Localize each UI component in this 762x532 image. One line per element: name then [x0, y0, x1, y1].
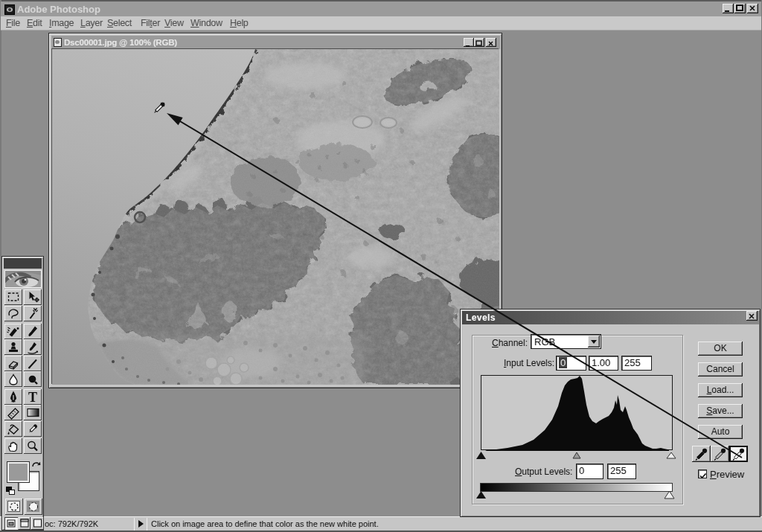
svg-text:T: T	[28, 389, 37, 404]
